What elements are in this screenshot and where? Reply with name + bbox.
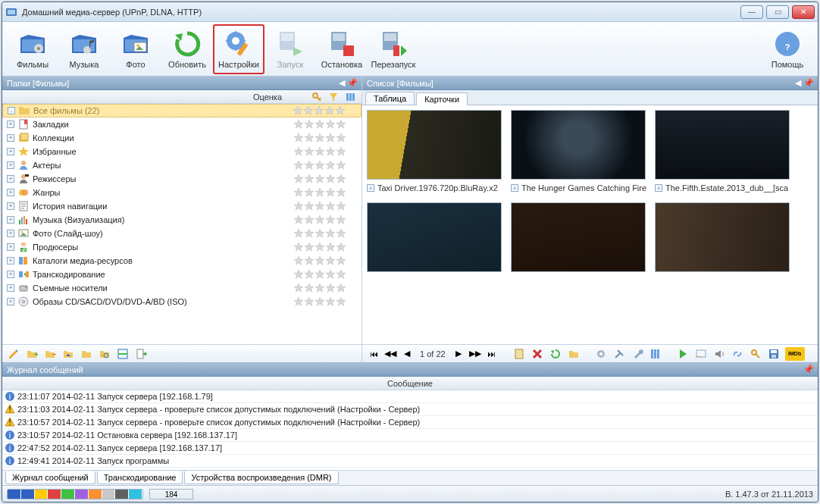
rating-stars[interactable] bbox=[293, 146, 361, 157]
pane-prev-icon[interactable]: ◀ bbox=[793, 79, 803, 88]
key-small-icon[interactable] bbox=[749, 347, 762, 361]
log-row[interactable]: i23:11:07 2014-02-11 Запуск сервера [192… bbox=[2, 390, 818, 403]
play-icon[interactable] bbox=[676, 347, 690, 361]
cards-grid[interactable]: +Taxi Driver.1976.720p.BluRay.x2+The Hun… bbox=[362, 105, 818, 344]
expand-icon[interactable]: + bbox=[511, 184, 518, 192]
folder-tree[interactable]: -Все фильмы (22)+Закладки+Коллекции+Избр… bbox=[2, 104, 361, 344]
sound-icon[interactable] bbox=[712, 347, 726, 361]
stop-button[interactable]: Остановка bbox=[316, 24, 368, 74]
expand-icon[interactable]: + bbox=[7, 161, 14, 169]
delete-icon[interactable] bbox=[530, 347, 544, 361]
thumbnail[interactable] bbox=[655, 110, 790, 180]
imdb-icon[interactable]: IMDb bbox=[785, 347, 805, 361]
log-row[interactable]: !23:10:57 2014-02-11 Запуск сервера - пр… bbox=[2, 416, 818, 429]
restart-button[interactable]: Перезапуск bbox=[368, 24, 419, 74]
tab-transcode[interactable]: Транскодирование bbox=[97, 471, 183, 484]
pane-pin-icon[interactable]: 📌 bbox=[804, 365, 813, 374]
media-card[interactable] bbox=[655, 202, 791, 272]
gear-icon[interactable] bbox=[594, 347, 608, 361]
tree-row[interactable]: +История навигации bbox=[2, 199, 361, 213]
pane-prev-icon[interactable]: ◀ bbox=[337, 79, 346, 88]
pane-pin-icon[interactable]: 📌 bbox=[348, 79, 357, 88]
rating-stars[interactable] bbox=[293, 242, 361, 252]
edit-icon[interactable] bbox=[7, 347, 20, 361]
log-row[interactable]: !23:11:03 2014-02-11 Запуск сервера - пр… bbox=[2, 403, 818, 416]
remove-folder-icon[interactable]: − bbox=[43, 347, 57, 361]
rating-stars[interactable] bbox=[293, 296, 361, 307]
link-icon[interactable] bbox=[731, 347, 744, 361]
key-icon[interactable] bbox=[310, 90, 324, 104]
filter-icon[interactable] bbox=[327, 90, 340, 104]
rating-stars[interactable] bbox=[293, 255, 361, 266]
films-button[interactable]: Фильмы bbox=[7, 24, 58, 74]
tree-row[interactable]: +Жанры bbox=[2, 186, 361, 199]
folder-up-icon[interactable] bbox=[61, 347, 75, 361]
paste-icon[interactable] bbox=[512, 347, 526, 361]
media-card[interactable]: +Taxi Driver.1976.720p.BluRay.x2 bbox=[367, 110, 503, 195]
refresh-button[interactable]: Обновить bbox=[161, 24, 213, 74]
settings-button[interactable]: Настройки bbox=[213, 24, 264, 74]
rating-stars[interactable] bbox=[293, 174, 361, 184]
next-icon[interactable]: ▶ bbox=[452, 347, 465, 361]
maximize-button[interactable]: ▭ bbox=[766, 5, 789, 19]
log-column-header[interactable]: Сообщение bbox=[2, 377, 818, 390]
rating-stars[interactable] bbox=[293, 283, 361, 293]
thumbnail[interactable] bbox=[511, 110, 646, 180]
save-icon[interactable] bbox=[767, 347, 781, 361]
rating-stars[interactable] bbox=[293, 228, 361, 239]
wrench-icon[interactable] bbox=[631, 347, 644, 361]
thumbnail[interactable] bbox=[367, 110, 502, 180]
scan-icon[interactable] bbox=[116, 347, 130, 361]
rating-stars[interactable] bbox=[293, 201, 361, 211]
folder-icon[interactable] bbox=[80, 347, 93, 361]
prev-icon[interactable]: ◀ bbox=[400, 347, 414, 361]
expand-icon[interactable]: + bbox=[7, 257, 14, 265]
expand-icon[interactable]: + bbox=[7, 189, 14, 196]
tree-row[interactable]: -Все фильмы (22) bbox=[2, 104, 361, 117]
log-row[interactable]: i12:49:41 2014-02-11 Запуск программы bbox=[2, 455, 818, 468]
log-rows[interactable]: i23:11:07 2014-02-11 Запуск сервера [192… bbox=[2, 390, 818, 470]
columns-small-icon[interactable] bbox=[649, 347, 662, 361]
rating-stars[interactable] bbox=[293, 214, 361, 225]
tree-row[interactable]: +Образы CD/SACD/DVD/DVD-A/BD (ISO) bbox=[2, 295, 361, 308]
tab-cards[interactable]: Карточки bbox=[416, 92, 468, 105]
rating-stars[interactable] bbox=[293, 269, 361, 280]
thumbnail[interactable] bbox=[511, 202, 646, 272]
expand-icon[interactable]: + bbox=[655, 184, 662, 192]
tree-row[interactable]: +$Продюсеры bbox=[2, 240, 361, 254]
tools-icon[interactable] bbox=[612, 347, 626, 361]
first-page-icon[interactable]: ⏮ bbox=[367, 347, 380, 361]
expand-icon[interactable]: - bbox=[8, 107, 15, 114]
photo-button[interactable]: Фото bbox=[110, 24, 161, 74]
tree-row[interactable]: +Фото (Слайд-шоу) bbox=[2, 227, 361, 240]
help-button[interactable]: ?Помощь bbox=[762, 24, 813, 74]
close-button[interactable]: ✕ bbox=[792, 5, 815, 19]
expand-icon[interactable]: + bbox=[7, 243, 14, 251]
expand-icon[interactable]: + bbox=[7, 284, 14, 292]
add-folder-icon[interactable]: + bbox=[25, 347, 39, 361]
tree-row[interactable]: +Избранные bbox=[2, 145, 361, 158]
folder-search-icon[interactable] bbox=[98, 347, 111, 361]
expand-icon[interactable]: + bbox=[7, 121, 14, 128]
expand-icon[interactable]: + bbox=[7, 298, 14, 305]
pane-pin-icon[interactable]: 📌 bbox=[804, 79, 813, 88]
tree-row[interactable]: +Транскодирование bbox=[2, 268, 361, 281]
expand-icon[interactable]: + bbox=[7, 134, 14, 142]
prev-page-icon[interactable]: ◀◀ bbox=[383, 347, 397, 361]
refresh-small-icon[interactable] bbox=[549, 347, 562, 361]
tab-table[interactable]: Таблица bbox=[365, 92, 415, 105]
minimize-button[interactable]: — bbox=[740, 5, 763, 19]
rating-stars[interactable] bbox=[293, 119, 361, 130]
expand-icon[interactable]: + bbox=[7, 216, 14, 224]
rating-stars[interactable] bbox=[293, 133, 361, 143]
tree-row[interactable]: +Коллекции bbox=[2, 131, 361, 145]
tree-row[interactable]: +Музыка (Визуализация) bbox=[2, 213, 361, 227]
tree-row[interactable]: +Режиссеры bbox=[2, 172, 361, 186]
expand-icon[interactable]: + bbox=[7, 230, 14, 237]
tab-dmr[interactable]: Устройства воспроизведения (DMR) bbox=[184, 471, 338, 484]
cast-icon[interactable] bbox=[694, 347, 708, 361]
log-row[interactable]: i23:10:57 2014-02-11 Остановка сервера [… bbox=[2, 429, 818, 442]
rating-stars[interactable] bbox=[293, 187, 361, 198]
media-card[interactable] bbox=[367, 202, 503, 272]
expand-icon[interactable]: + bbox=[7, 202, 14, 210]
